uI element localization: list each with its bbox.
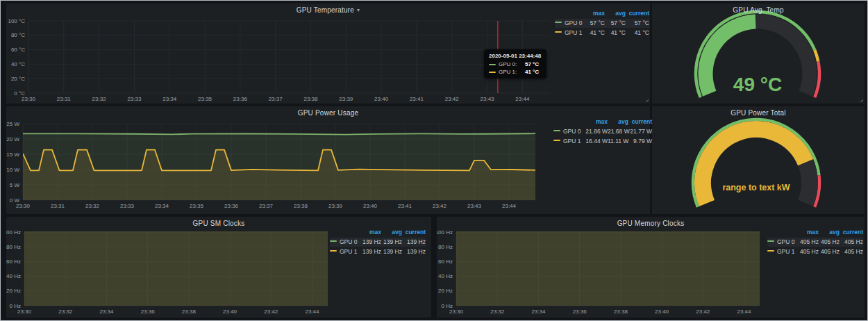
- legend-value: 41 °C: [605, 28, 626, 38]
- y-axis-tick-label: 80 Hz: [438, 244, 453, 250]
- gpu-temperature-chart[interactable]: 0 °C20 °C40 °C60 °C80 °C100 °C23:3023:31…: [6, 3, 650, 104]
- y-axis-tick-label: 20 Hz: [6, 288, 21, 294]
- legend-row: GPU 0139 Hz139 Hz139 Hz: [330, 238, 426, 247]
- x-axis-tick-label: 23:30: [22, 96, 36, 102]
- legend-header-avg[interactable]: avg: [819, 228, 840, 237]
- panel-title-text: GPU Avg. Temp: [733, 6, 783, 14]
- x-axis-tick-label: 23:31: [57, 96, 72, 102]
- x-axis-tick-label: 23:44: [305, 308, 319, 315]
- x-axis-tick-label: 23:32: [92, 96, 107, 102]
- x-axis-tick-label: 23:34: [531, 308, 546, 315]
- legend-value: 21.77 W: [628, 127, 652, 136]
- legend-series-toggle[interactable]: GPU 0: [555, 19, 581, 28]
- gpu-sm-clocks-legend: maxavgcurrentGPU 0139 Hz139 Hz139 HzGPU …: [330, 228, 426, 257]
- legend-value: 139 Hz: [402, 238, 426, 247]
- series-color-dash-icon: [555, 22, 562, 23]
- legend-series-toggle[interactable]: GPU 0: [330, 238, 356, 247]
- x-axis-tick-label: 23:40: [223, 308, 237, 315]
- legend-header-current[interactable]: current: [628, 117, 652, 126]
- legend-value: 405 Hz: [794, 238, 819, 247]
- legend-value: 405 Hz: [840, 238, 863, 247]
- x-axis-tick-label: 23:44: [737, 308, 751, 315]
- legend-value: 11.11 W: [608, 137, 628, 146]
- legend-row: GPU 1405 Hz405 Hz405 Hz: [767, 247, 863, 256]
- panel-title-gpu-avg-temp[interactable]: GPU Avg. Temp: [652, 3, 865, 14]
- x-axis-tick-label: 23:32: [490, 308, 505, 315]
- legend-header-max[interactable]: max: [356, 228, 381, 237]
- legend-value: 139 Hz: [381, 238, 402, 247]
- x-axis-tick-label: 23:41: [398, 203, 412, 209]
- legend-value: 405 Hz: [819, 247, 840, 256]
- legend-header-avg[interactable]: avg: [608, 117, 628, 126]
- y-axis-tick-label: 60 Hz: [438, 258, 453, 265]
- series-color-dash-icon: [767, 250, 774, 252]
- tooltip-time: 2020-05-01 23:44:48: [489, 53, 541, 59]
- panel-title-text: GPU Memory Clocks: [617, 220, 685, 227]
- legend-header-row: maxavgcurrent: [767, 228, 863, 237]
- y-axis-tick-label: 60 °C: [11, 47, 25, 53]
- tooltip-series-value: 41 °C: [525, 69, 539, 75]
- legend-row: GPU 1139 Hz139 Hz139 Hz: [330, 247, 426, 256]
- legend-header-row: maxavgcurrent: [553, 117, 648, 126]
- x-axis-tick-label: 23:34: [99, 308, 114, 315]
- y-axis-tick-label: 80 Hz: [6, 244, 21, 250]
- legend-value: 139 Hz: [381, 247, 402, 256]
- tooltip-series-name: GPU 0:: [499, 61, 521, 67]
- legend-header-current[interactable]: current: [840, 228, 863, 237]
- x-axis-tick-label: 23:43: [481, 96, 495, 102]
- legend-header-avg[interactable]: avg: [381, 228, 402, 237]
- series-color-dash-icon: [767, 240, 774, 242]
- caret-down-icon: ▾: [357, 7, 360, 13]
- legend-series-toggle[interactable]: GPU 0: [767, 238, 794, 247]
- legend-value: 405 Hz: [819, 238, 840, 247]
- tooltip-series-row: GPU 1:41 °C: [489, 69, 541, 75]
- legend-row: GPU 021.86 W21.68 W21.77 W: [553, 127, 648, 136]
- legend-header-row: maxavgcurrent: [330, 228, 426, 237]
- legend-series-toggle[interactable]: GPU 1: [553, 137, 580, 146]
- y-axis-tick-label: 10 W: [6, 167, 19, 173]
- x-axis-tick-label: 23:34: [155, 203, 169, 209]
- x-axis-tick-label: 23:31: [51, 203, 65, 209]
- legend-row: GPU 141 °C41 °C41 °C: [555, 28, 649, 38]
- panel-gpu-sm-clocks: GPU SM Clocks 0 Hz20 Hz40 Hz60 Hz80 Hz10…: [6, 217, 431, 318]
- legend-value: 16.44 W: [580, 137, 608, 146]
- series-color-dash-icon: [330, 240, 337, 242]
- legend-header-max[interactable]: max: [580, 117, 608, 126]
- x-axis-tick-label: 23:33: [120, 203, 135, 209]
- gauge-value-text: 49 °C: [733, 74, 782, 96]
- x-axis-tick-label: 23:38: [294, 203, 308, 209]
- legend-value: 21.86 W: [580, 127, 608, 136]
- legend-series-toggle[interactable]: GPU 0: [553, 127, 580, 136]
- panel-gpu-power-total: GPU Power Total range to text kW: [652, 106, 865, 214]
- panel-title-gpu-sm-clocks[interactable]: GPU SM Clocks: [6, 217, 431, 227]
- panel-title-gpu-temperature[interactable]: GPU Temperature▾: [6, 3, 650, 14]
- legend-row: GPU 057 °C57 °C57 °C: [555, 19, 649, 28]
- legend-series-toggle[interactable]: GPU 1: [330, 247, 356, 256]
- panel-title-gpu-memory-clocks[interactable]: GPU Memory Clocks: [437, 217, 865, 227]
- x-axis-tick-label: 23:32: [85, 203, 100, 209]
- legend-row: GPU 116.44 W11.11 W9.79 W: [553, 137, 648, 146]
- x-axis-tick-label: 23:41: [410, 96, 424, 102]
- panel-title-gpu-power-usage[interactable]: GPU Power Usage: [6, 106, 650, 117]
- legend-header-current[interactable]: current: [402, 228, 426, 237]
- legend-series-toggle[interactable]: GPU 1: [767, 247, 794, 256]
- tooltip-series-name: GPU 1:: [499, 69, 521, 75]
- x-axis-tick-label: 23:30: [449, 308, 464, 315]
- y-axis-tick-label: 40 Hz: [6, 273, 21, 279]
- y-axis-tick-label: 15 W: [6, 151, 19, 158]
- legend-header-max[interactable]: max: [794, 228, 819, 237]
- panel-title-gpu-power-total[interactable]: GPU Power Total: [652, 106, 865, 117]
- chart-svg: 0 °C20 °C40 °C60 °C80 °C100 °C23:3023:31…: [6, 3, 650, 104]
- x-axis-tick-label: 23:42: [445, 96, 460, 102]
- x-axis-tick-label: 23:39: [328, 203, 343, 209]
- x-axis-tick-label: 23:42: [433, 203, 447, 209]
- x-axis-tick-label: 23:37: [269, 96, 283, 102]
- graph-tooltip: 2020-05-01 23:44:48GPU 0:57 °CGPU 1:41 °…: [484, 49, 546, 79]
- gpu-power-total-gauge[interactable]: [652, 106, 865, 214]
- x-axis-tick-label: 23:36: [233, 96, 248, 102]
- legend-series-toggle[interactable]: GPU 1: [555, 28, 581, 38]
- gpu-power-usage-legend: maxavgcurrentGPU 021.86 W21.68 W21.77 WG…: [553, 117, 648, 147]
- panel-gpu-avg-temp: GPU Avg. Temp 49 °C: [652, 3, 865, 104]
- series-color-dash-icon: [330, 250, 337, 252]
- y-axis-tick-label: 20 W: [6, 136, 19, 142]
